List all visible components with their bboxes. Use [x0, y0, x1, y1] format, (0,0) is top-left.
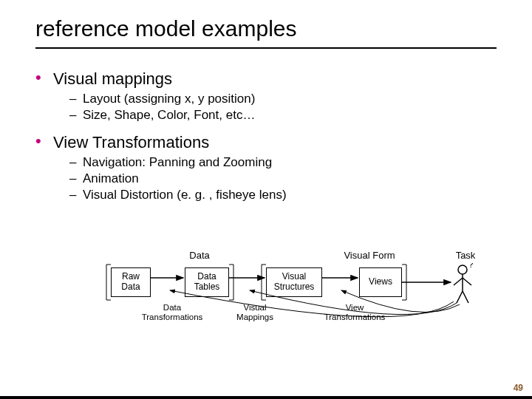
slide: reference model examples Visual mappings…	[0, 0, 532, 399]
bullet-visual-mappings: Visual mappings Layout (assigning x, y p…	[35, 69, 497, 123]
svg-line-7	[463, 278, 471, 285]
bottom-bar	[0, 396, 532, 399]
arrow-label-view-transformations: View Transformations	[318, 303, 392, 321]
arrow-label-data-transformations: Data Transformations	[139, 303, 205, 321]
title-underline	[35, 47, 497, 49]
arrow-label-visual-mappings: Visual Mappings	[229, 303, 281, 321]
sub-bullet: Layout (assigning x, y position)	[69, 92, 497, 106]
bullet-list: Visual mappings Layout (assigning x, y p…	[35, 69, 497, 202]
bullet-label: Visual mappings	[53, 69, 172, 88]
diagram-arrows	[103, 250, 502, 353]
user-icon: ?	[451, 263, 488, 307]
sub-bullet: Size, Shape, Color, Font, etc…	[69, 108, 497, 123]
bullet-view-transformations: View Transformations Navigation: Panning…	[35, 133, 497, 202]
svg-line-6	[454, 278, 463, 285]
sub-bullet: Navigation: Panning and Zooming	[69, 155, 497, 170]
sub-bullet: Visual Distortion (e. g. , fisheye lens)	[69, 188, 497, 202]
svg-point-4	[458, 265, 467, 274]
page-number: 49	[514, 383, 523, 393]
sub-bullet: Animation	[69, 171, 497, 186]
sub-bullet-list: Layout (assigning x, y position) Size, S…	[69, 92, 497, 123]
svg-line-9	[463, 291, 468, 303]
svg-text:?: ?	[468, 263, 474, 270]
svg-line-8	[457, 291, 463, 303]
bullet-label: View Transformations	[53, 133, 209, 151]
pipeline-diagram: Data Visual Form Task Raw Data Data Tabl…	[103, 250, 502, 353]
sub-bullet-list: Navigation: Panning and Zooming Animatio…	[69, 155, 497, 202]
slide-title: reference model examples	[35, 16, 497, 41]
